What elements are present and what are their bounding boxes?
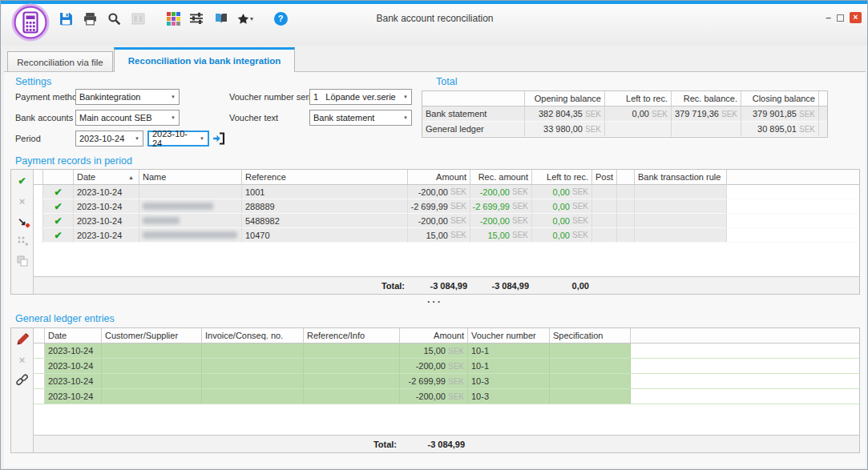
- payment-records-grid: Date▲ Name Reference Amount Rec. amount …: [34, 170, 859, 294]
- star-dropdown-caret-icon[interactable]: ▾: [250, 15, 253, 22]
- main-toolbar: ▾ ?: [58, 10, 289, 26]
- name-cell-redacted: [139, 214, 242, 228]
- app-window: ▾ ? Bank account reconciliation – × Reco…: [0, 0, 868, 470]
- voucher-number-series-label: Voucher number series: [229, 92, 320, 102]
- total-label: Total:: [304, 440, 400, 449]
- tab-reconciliation-via-file[interactable]: Reconciliation via file: [7, 51, 113, 72]
- general-ledger-total-row: Total: -3 084,99: [34, 435, 859, 452]
- payment-row-2[interactable]: ✔ 2023-10-24 288889 -2 699,99SEK -2 699,…: [34, 199, 859, 214]
- ledger-row-4[interactable]: 2023-10-24 -200,00SEK 10-3: [34, 389, 859, 404]
- total-rec-amount: -3 084,99: [470, 281, 532, 291]
- payment-records-toolbar: ✔ × ↘: [11, 170, 34, 294]
- chevron-down-icon[interactable]: ▼: [399, 115, 408, 120]
- col-date[interactable]: Date▲: [74, 170, 139, 185]
- general-ledger-header: Date Customer/Supplier Invoice/Conseq. n…: [34, 328, 859, 343]
- total-amount: -3 084,99: [408, 281, 470, 291]
- total-table-header: Opening balance Left to rec. Rec. balanc…: [422, 91, 827, 106]
- bank-accounts-label: Bank accounts: [15, 113, 73, 123]
- col-rec-balance: Rec. balance.: [672, 91, 741, 106]
- period-to-select[interactable]: 2023-10-24▼: [147, 131, 209, 147]
- maximize-button[interactable]: [837, 14, 844, 22]
- total-label: Total:: [242, 281, 408, 291]
- col-date[interactable]: Date: [45, 328, 102, 343]
- col-left-to-rec[interactable]: Left to rec.: [532, 170, 592, 185]
- col-reference[interactable]: Reference: [242, 170, 408, 185]
- col-specification[interactable]: Specification: [550, 328, 631, 343]
- matched-check-icon: ✔: [46, 215, 70, 227]
- approve-check-icon[interactable]: ✔: [11, 175, 33, 187]
- col-customer-supplier[interactable]: Customer/Supplier: [102, 328, 202, 343]
- title-bar: ▾ ? Bank account reconciliation – ×: [2, 4, 868, 46]
- name-cell: [139, 185, 242, 199]
- col-post[interactable]: Post: [592, 170, 617, 185]
- col-name[interactable]: Name: [139, 170, 242, 185]
- col-amount[interactable]: Amount: [400, 328, 468, 343]
- help-icon[interactable]: ?: [273, 10, 289, 26]
- remove-icon: ×: [16, 353, 29, 366]
- ledger-row-2[interactable]: 2023-10-24 -200,00SEK 10-1: [34, 359, 859, 374]
- reconcile-marker-icon[interactable]: [16, 333, 29, 346]
- period-from-select[interactable]: 2023-10-24▼: [75, 131, 143, 147]
- copy-icon: [16, 255, 29, 267]
- load-period-button[interactable]: [212, 131, 226, 147]
- col-rec-amount[interactable]: Rec. amount: [470, 170, 532, 185]
- tab-reconciliation-via-bank-integration[interactable]: Reconciliation via bank integration: [114, 47, 295, 72]
- voucher-text-label: Voucher text: [229, 113, 278, 123]
- print-icon[interactable]: [82, 10, 98, 26]
- total-row-bank-statement[interactable]: Bank statement 382 804,35SEK 0,00SEK 379…: [422, 106, 827, 122]
- total-amount: -3 084,99: [400, 440, 468, 449]
- payment-method-label: Payment method: [15, 92, 82, 102]
- payment-row-4[interactable]: ✔ 2023-10-24 10470 15,00SEK 15,00SEK 0,0…: [34, 228, 859, 243]
- ledger-book-icon[interactable]: [213, 10, 229, 26]
- chevron-down-icon[interactable]: ▼: [399, 94, 408, 99]
- appearance-grid-icon[interactable]: [165, 10, 181, 26]
- matched-check-icon: ✔: [46, 201, 70, 212]
- panel-splitter-handle[interactable]: ···: [4, 298, 866, 306]
- minimize-button[interactable]: –: [826, 14, 831, 22]
- col-amount[interactable]: Amount: [408, 170, 470, 185]
- payment-row-3[interactable]: ✔ 2023-10-24 5488982 -200,00SEK -200,00S…: [34, 214, 859, 228]
- voucher-text-select[interactable]: Bank statement▼: [309, 110, 412, 126]
- payment-records-panel: ✔ × ↘ Date▲ Name Reference Amount: [10, 169, 860, 295]
- col-reference-info[interactable]: Reference/Info: [304, 328, 400, 343]
- settings-sliders-icon[interactable]: [189, 10, 205, 26]
- col-left-to-rec: Left to rec.: [605, 91, 672, 106]
- assign-arrow-icon[interactable]: ↘: [16, 215, 29, 227]
- match-records-icon: [16, 235, 29, 247]
- col-closing-balance: Closing balance: [741, 91, 819, 106]
- link-icon[interactable]: [16, 373, 29, 386]
- chevron-down-icon[interactable]: ▼: [167, 115, 176, 120]
- close-button[interactable]: ×: [850, 12, 862, 23]
- col-invoice-conseq-no[interactable]: Invoice/Conseq. no.: [202, 328, 304, 343]
- payment-records-header: Date▲ Name Reference Amount Rec. amount …: [34, 170, 859, 185]
- ledger-row-1[interactable]: 2023-10-24 15,00SEK 10-1: [34, 343, 859, 359]
- general-ledger-toolbar: ×: [11, 328, 34, 452]
- main-content: Settings Payment method Bankintegration▼…: [4, 71, 866, 468]
- matched-check-icon: ✔: [46, 187, 70, 198]
- settings-section-title: Settings: [15, 76, 51, 87]
- voucher-number-series-select[interactable]: 1 Löpande ver.serie▼: [309, 89, 412, 105]
- col-bank-transaction-rule[interactable]: Bank transaction rule: [635, 170, 727, 185]
- chevron-down-icon[interactable]: ▼: [196, 136, 204, 141]
- payment-method-select[interactable]: Bankintegration▼: [75, 89, 180, 105]
- period-label: Period: [15, 134, 41, 143]
- payment-row-1[interactable]: ✔ 2023-10-24 1001 -200,00SEK -200,00SEK …: [34, 185, 859, 199]
- matched-check-icon: ✔: [46, 230, 70, 241]
- favorites-star-icon[interactable]: ▾: [237, 10, 253, 26]
- search-icon[interactable]: [106, 10, 122, 26]
- total-row-general-ledger[interactable]: General ledger 33 980,00SEK 30 895,01SEK: [422, 122, 827, 137]
- bank-accounts-select[interactable]: Main account SEB▼: [75, 110, 180, 126]
- chevron-down-icon[interactable]: ▼: [131, 136, 139, 141]
- total-table: Opening balance Left to rec. Rec. balanc…: [422, 90, 828, 138]
- ledger-row-3-selected[interactable]: 2023-10-24 -2 699,99SEK 10-3: [34, 374, 859, 389]
- save-icon[interactable]: [58, 10, 74, 26]
- col-voucher-number[interactable]: Voucher number: [468, 328, 550, 343]
- preview-icon-disabled: [130, 10, 146, 26]
- col-opening-balance: Opening balance: [525, 91, 605, 106]
- total-section-title: Total: [436, 76, 457, 87]
- window-title: Bank account reconciliation: [376, 13, 493, 24]
- general-ledger-section-title: General ledger entries: [15, 313, 115, 324]
- alert-dot-icon: [25, 223, 30, 228]
- chevron-down-icon[interactable]: ▼: [167, 94, 176, 99]
- name-cell-redacted: [139, 228, 242, 243]
